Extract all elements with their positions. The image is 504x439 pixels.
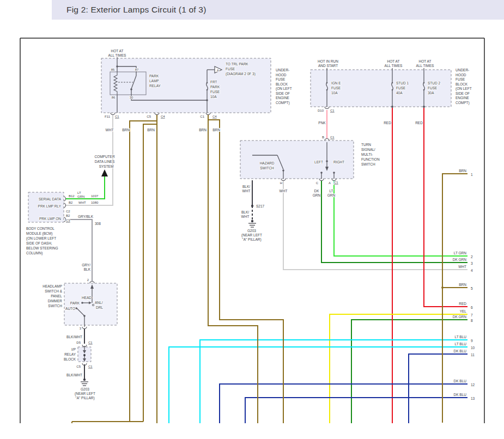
label-hot-at: HOT AT — [111, 49, 124, 53]
label-red: RED — [384, 121, 391, 125]
label-grn: GRN — [77, 195, 84, 198]
label-pnk: PNK — [318, 121, 326, 125]
label-lt: LT — [329, 189, 333, 193]
label-side-of: SIDE OF — [456, 92, 470, 95]
label-13: 13 — [471, 397, 475, 400]
label-hot-at: HOT AT — [419, 59, 432, 63]
label-all-times: ALL TIMES — [108, 53, 127, 57]
label-blk: BLK/ — [241, 210, 249, 214]
label-wht: WHT — [280, 189, 288, 193]
label-compt: COMPT) — [276, 101, 290, 105]
dkblu-row11 — [409, 354, 467, 423]
label-fuse: FUSE — [226, 67, 235, 71]
label-left: LEFT — [314, 160, 323, 164]
label-lt-blu: LT BLU — [455, 335, 467, 339]
label-side-of: SIDE OF — [276, 92, 290, 95]
connector-c1-c4 — [206, 113, 210, 115]
connector-d10-c1 — [325, 107, 329, 109]
fuse-dot — [326, 82, 328, 84]
label-5: 5 — [471, 286, 473, 290]
turn-signal-switch-box — [240, 141, 354, 179]
label-blk: BLK/ — [242, 185, 250, 188]
ltgrn-row2 — [334, 180, 467, 256]
label-head: HEAD — [82, 296, 92, 300]
yel-row7 — [330, 314, 467, 423]
label-i-p: I/P — [71, 347, 76, 351]
label-dk-grn: DK GRN — [453, 315, 467, 319]
label-d5: D5 — [76, 341, 81, 344]
page: Fig 2: Exterior Lamps Circuit (1 of 3) A… — [0, 0, 504, 439]
label-wht: WHT — [106, 128, 114, 132]
label-30: 30 — [130, 96, 133, 99]
label-b12: B12 — [69, 194, 75, 198]
label-prk-lmp-on: PRK LMP ON — [39, 217, 61, 221]
fuse-dot — [207, 82, 208, 84]
label-8: 8 — [471, 319, 473, 322]
fuse-dot — [392, 82, 393, 84]
stud1-exit-dot — [391, 106, 393, 108]
label-serial-data: SERIAL DATA — [39, 197, 62, 201]
connector-c5-c4 — [155, 113, 159, 115]
label-c2: C2 — [66, 210, 70, 213]
label-lamp: LAMP — [149, 79, 159, 83]
label-40a: 40A — [396, 91, 403, 95]
label-30a: 30A — [428, 91, 434, 95]
trl-park-arrow-label: A — [217, 69, 219, 72]
label-hood: HOOD — [456, 73, 466, 77]
label-module-bcm: MODULE (BCM) — [26, 231, 52, 236]
label-frt: FRT — [210, 80, 217, 84]
fuse-dot — [423, 89, 425, 91]
label-hot-in-run: HOT IN RUN — [318, 59, 338, 63]
label-switch: SWITCH — [48, 304, 62, 308]
label-brn: BRN — [147, 128, 155, 132]
label-fuse: FUSE — [276, 77, 286, 81]
label-lt-blu: LT BLU — [455, 342, 467, 346]
label-below-steering: BELOW STEERING — [26, 246, 58, 250]
label-g203: G203 — [247, 229, 256, 233]
label-grn: GRN — [327, 193, 336, 197]
label-column: COLUMN) — [26, 251, 42, 255]
label-fuse: FUSE — [210, 90, 220, 94]
label-grn: GRN — [313, 193, 321, 197]
label-2: 2 — [87, 278, 89, 282]
label-11: 11 — [471, 353, 475, 357]
label-anl: ANL/ — [95, 301, 103, 304]
label-g203: G203 — [81, 387, 89, 391]
ip-center-dot — [83, 354, 86, 356]
label-b2: B2 — [66, 214, 70, 217]
red-stud2-row6 — [424, 108, 467, 307]
ground-dot-ip — [83, 379, 86, 381]
label-c: C — [316, 181, 319, 185]
label-fuse: FUSE — [428, 86, 438, 90]
auto-contact-dot — [75, 307, 77, 309]
hazard-h-dot — [282, 169, 284, 172]
label-relay: RELAY — [64, 352, 76, 356]
label-function: FUNCTION — [361, 157, 380, 161]
label-on-left: (ON LEFT — [456, 87, 472, 91]
label-fuse: FUSE — [456, 77, 465, 81]
label-stud-1: STUD 1 — [396, 81, 409, 85]
fuse-dot — [326, 89, 328, 91]
label-6: 6 — [471, 306, 473, 309]
ltblu-row9 — [200, 340, 467, 423]
label-c1: C1 — [334, 181, 338, 184]
label-park: PARK — [70, 301, 80, 305]
label-c1: C1 — [88, 341, 93, 344]
connector-b-c1 — [325, 139, 329, 141]
label-3: 3 — [80, 327, 82, 330]
label-4: 4 — [471, 269, 473, 272]
label-brn: BRN — [122, 128, 130, 132]
label-switch: SWITCH — [260, 166, 274, 170]
bcm-pin-b2 — [64, 203, 66, 208]
label-blk: BLK — [84, 267, 91, 271]
label-c1: C1 — [330, 136, 335, 139]
label-block: BLOCK — [456, 82, 468, 86]
label-12: 12 — [471, 383, 475, 387]
wiring-diagram: AHOT ATALL TIMES85878630PARKLAMPRELAYFRT… — [0, 0, 504, 439]
label-compt: COMPT) — [456, 101, 470, 105]
computer-data-arrow — [101, 169, 108, 176]
label-a-pillar: "A" PILLAR) — [75, 396, 94, 400]
label-under: UNDER- — [276, 68, 289, 72]
label-near-left: (NEAR LEFT — [241, 233, 262, 237]
label-block: BLOCK — [276, 82, 288, 86]
